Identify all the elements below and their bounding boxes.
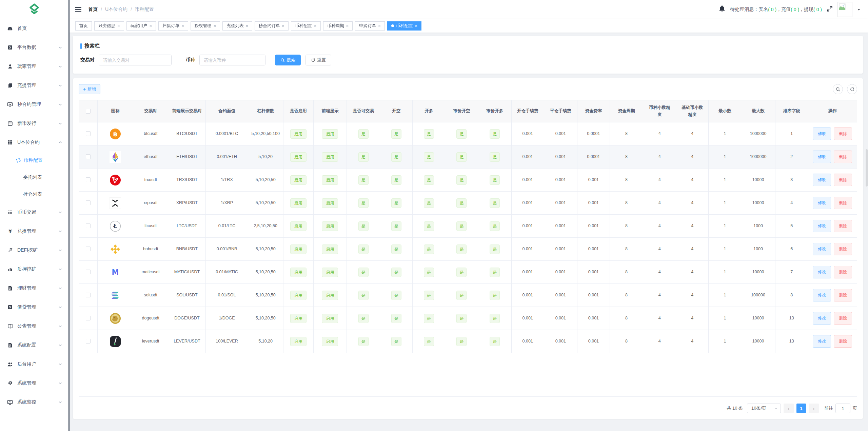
chevron-down-icon <box>58 362 62 366</box>
next-page-button[interactable]: › <box>809 404 819 413</box>
delete-button[interactable]: 删除 <box>834 243 852 255</box>
edit-button[interactable]: 修改 <box>813 197 831 209</box>
edit-button[interactable]: 修改 <box>813 266 831 278</box>
goto-page-input[interactable] <box>835 404 850 413</box>
delete-button[interactable]: 删除 <box>834 220 852 232</box>
sidebar-item-9[interactable]: DEFI挖矿 <box>0 241 68 260</box>
row-checkbox[interactable] <box>86 223 91 228</box>
close-icon[interactable]: × <box>378 24 381 28</box>
sidebar-item-12[interactable]: 借贷管理 <box>0 298 68 317</box>
breadcrumb-item-0[interactable]: 首页 <box>88 6 98 13</box>
sidebar-item-11[interactable]: 理财管理 <box>0 279 68 298</box>
edit-button[interactable]: 修改 <box>813 243 831 255</box>
sidebar-item-16[interactable]: 系统管理 <box>0 374 68 393</box>
sidebar-item-6[interactable]: U本位合约 <box>0 133 68 152</box>
tab-币种配置-7[interactable]: 币种配置× <box>291 21 321 31</box>
row-checkbox[interactable] <box>86 131 91 136</box>
toggle-search-button[interactable] <box>833 84 843 94</box>
column-header-7: 是否可交易 <box>347 100 380 122</box>
edit-button[interactable]: 修改 <box>813 151 831 163</box>
page-size-select[interactable]: 10条/页 <box>747 404 781 413</box>
tab-玩家用户-2[interactable]: 玩家用户× <box>126 21 156 31</box>
tab-授权管理-4[interactable]: 授权管理× <box>191 21 220 31</box>
sidebar-item-4[interactable]: 秒合约管理 <box>0 95 68 114</box>
tab-账变信息-1[interactable]: 账变信息× <box>94 21 124 31</box>
search-button[interactable]: 搜索 <box>275 55 301 65</box>
tab-首页-0[interactable]: 首页 <box>75 21 92 31</box>
row-checkbox[interactable] <box>86 247 91 251</box>
sidebar-item-3[interactable]: 充提管理 <box>0 76 68 95</box>
close-icon[interactable]: × <box>282 24 284 28</box>
edit-button[interactable]: 修改 <box>813 312 831 325</box>
close-icon[interactable]: × <box>117 24 120 28</box>
sidebar-item-10[interactable]: 质押挖矿 <box>0 260 68 279</box>
delete-button[interactable]: 删除 <box>834 197 852 209</box>
tab-秒合约订单-6[interactable]: 秒合约订单× <box>255 21 289 31</box>
close-icon[interactable]: × <box>245 24 248 28</box>
row-checkbox[interactable] <box>86 270 91 274</box>
row-checkbox[interactable] <box>86 154 91 159</box>
sidebar-item-2[interactable]: 玩家管理 <box>0 57 68 76</box>
avatar[interactable] <box>837 2 852 17</box>
tab-币种配置-10[interactable]: 币种配置× <box>387 21 422 31</box>
edit-button[interactable]: 修改 <box>813 128 831 140</box>
delete-button[interactable]: 删除 <box>834 335 852 348</box>
delete-button[interactable]: 删除 <box>834 174 852 186</box>
row-checkbox[interactable] <box>86 293 91 297</box>
chevron-down-icon <box>58 45 62 50</box>
row-checkbox[interactable] <box>86 339 91 344</box>
delete-button[interactable]: 删除 <box>834 289 852 301</box>
menu-toggle-icon[interactable] <box>75 7 81 12</box>
tab-币种周期-8[interactable]: 币种周期× <box>323 21 353 31</box>
select-all-checkbox[interactable] <box>86 109 91 114</box>
sidebar-item-17[interactable]: 系统监控 <box>0 393 68 412</box>
edit-button[interactable]: 修改 <box>813 335 831 348</box>
tab-申购订单-9[interactable]: 申购订单× <box>355 21 385 31</box>
edit-button[interactable]: 修改 <box>813 174 831 186</box>
scrollbar-thumb[interactable] <box>866 149 868 187</box>
sidebar-item-15[interactable]: 后台用户 <box>0 355 68 374</box>
sidebar-item-8[interactable]: ¥兑换管理 <box>0 222 68 241</box>
close-icon[interactable]: × <box>346 24 349 28</box>
column-header-9: 开多 <box>413 100 445 122</box>
cell-face_value: 0.001/BNB <box>206 238 248 261</box>
delete-button[interactable]: 删除 <box>834 151 852 163</box>
delete-button[interactable]: 删除 <box>834 128 852 140</box>
sidebar-item-5[interactable]: 新币发行 <box>0 114 68 133</box>
pair-search-input[interactable] <box>99 55 172 65</box>
bell-icon[interactable] <box>719 5 725 13</box>
close-icon[interactable]: × <box>214 24 216 28</box>
reset-button[interactable]: 重置 <box>305 55 331 65</box>
row-checkbox[interactable] <box>86 316 91 320</box>
chevron-down-icon[interactable] <box>857 8 861 11</box>
sidebar-subitem-6-0[interactable]: 币种配置 <box>0 152 68 169</box>
coin-search-input[interactable] <box>199 55 265 65</box>
delete-button[interactable]: 删除 <box>834 266 852 278</box>
app-logo[interactable] <box>0 0 68 19</box>
sidebar-item-7[interactable]: 币币交易 <box>0 203 68 222</box>
prev-page-button[interactable]: ‹ <box>784 404 794 413</box>
sidebar-item-13[interactable]: 公告管理 <box>0 317 68 336</box>
sidebar-item-0[interactable]: 首页 <box>0 19 68 38</box>
add-button[interactable]: + 新增 <box>79 84 100 94</box>
delete-button[interactable]: 删除 <box>834 312 852 325</box>
row-checkbox[interactable] <box>86 200 91 205</box>
tab-归集订单-3[interactable]: 归集订单× <box>158 21 188 31</box>
tab-充值列表-5[interactable]: 充值列表× <box>222 21 252 31</box>
edit-button[interactable]: 修改 <box>813 220 831 232</box>
row-checkbox[interactable] <box>86 177 91 182</box>
sidebar-subitem-6-2[interactable]: 持仓列表 <box>0 186 68 203</box>
sidebar-item-1[interactable]: 平台数据 <box>0 38 68 57</box>
sidebar-item-14[interactable]: 系统配置 <box>0 336 68 355</box>
close-icon[interactable]: × <box>415 24 418 28</box>
close-icon[interactable]: × <box>150 24 152 28</box>
edit-button[interactable]: 修改 <box>813 289 831 301</box>
fullscreen-icon[interactable] <box>827 6 833 13</box>
cell-max: 10000 <box>741 330 775 353</box>
close-icon[interactable]: × <box>181 24 184 28</box>
current-page-button[interactable]: 1 <box>796 404 806 413</box>
refresh-table-button[interactable] <box>847 84 857 94</box>
close-icon[interactable]: × <box>314 24 317 28</box>
sidebar-subitem-6-1[interactable]: 委托列表 <box>0 169 68 186</box>
page-scrollbar[interactable] <box>865 0 868 431</box>
